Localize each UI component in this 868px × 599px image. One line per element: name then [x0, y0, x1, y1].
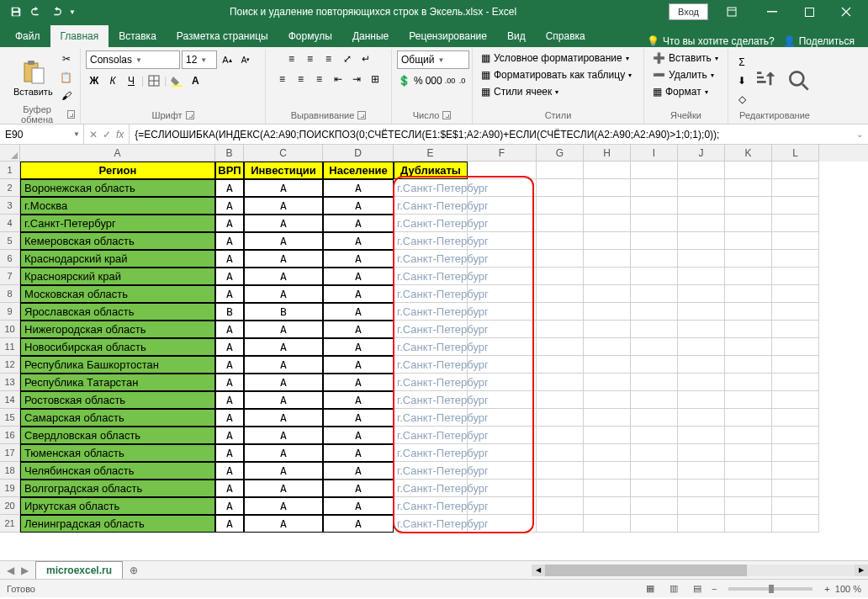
cell[interactable]: A: [323, 480, 394, 497]
cell[interactable]: Волгоградская область: [20, 480, 215, 497]
cell[interactable]: [537, 285, 584, 303]
align-right-icon[interactable]: ≡: [311, 71, 328, 87]
cell[interactable]: [584, 497, 631, 515]
cell[interactable]: [678, 215, 725, 232]
align-top-icon[interactable]: ≡: [283, 50, 300, 67]
cell[interactable]: г.Санкт-Петербург: [394, 374, 468, 391]
cell[interactable]: A: [244, 427, 323, 444]
cell[interactable]: [631, 356, 678, 374]
qat-customize-icon[interactable]: ▼: [67, 3, 77, 21]
scroll-right-icon[interactable]: ▶: [855, 565, 868, 576]
cell[interactable]: Самарская область: [20, 409, 215, 427]
cell[interactable]: [725, 162, 772, 179]
ribbon-display-options-icon[interactable]: [713, 0, 750, 24]
cell[interactable]: A: [215, 268, 244, 285]
number-launcher[interactable]: [442, 111, 451, 119]
zoom-slider[interactable]: [728, 587, 812, 591]
cell[interactable]: г.Санкт-Петербург: [394, 179, 468, 197]
worksheet-grid[interactable]: ABCDEFGHIJKL 1РегионВРПИнвестицииНаселен…: [0, 145, 868, 560]
italic-button[interactable]: К: [104, 72, 121, 89]
cell[interactable]: [772, 179, 819, 197]
cell[interactable]: [537, 356, 584, 374]
format-as-table-button[interactable]: ▦Форматировать как таблицу▾: [478, 67, 638, 82]
cell[interactable]: A: [323, 515, 394, 533]
cell[interactable]: [584, 303, 631, 321]
name-box[interactable]: E90▼: [0, 125, 84, 144]
cell[interactable]: [537, 321, 584, 338]
cell[interactable]: [678, 462, 725, 480]
cell[interactable]: B: [244, 303, 323, 321]
cell[interactable]: A: [323, 321, 394, 338]
cell[interactable]: A: [244, 374, 323, 391]
cell[interactable]: A: [244, 444, 323, 462]
add-sheet-button[interactable]: ⊕: [123, 565, 145, 576]
column-header[interactable]: G: [537, 145, 584, 162]
conditional-formatting-button[interactable]: ▦Условное форматирование▾: [478, 50, 638, 66]
column-header[interactable]: A: [20, 145, 215, 162]
column-header[interactable]: C: [244, 145, 323, 162]
row-header[interactable]: 18: [0, 462, 20, 480]
formula-bar[interactable]: {=ЕСЛИОШИБКА(ИНДЕКС(A2:A90;ПОИСКПОЗ(0;СЧ…: [130, 125, 851, 144]
cell[interactable]: Регион: [20, 162, 215, 179]
cell[interactable]: [584, 250, 631, 268]
cell[interactable]: [631, 321, 678, 338]
row-header[interactable]: 3: [0, 197, 20, 215]
cell[interactable]: A: [244, 338, 323, 356]
cell[interactable]: A: [215, 356, 244, 374]
cell[interactable]: [678, 268, 725, 285]
cell[interactable]: [631, 179, 678, 197]
cell[interactable]: [584, 232, 631, 250]
cell[interactable]: г.Санкт-Петербург: [394, 462, 468, 480]
cell[interactable]: [631, 268, 678, 285]
column-header[interactable]: I: [631, 145, 678, 162]
cell[interactable]: г.Санкт-Петербург: [394, 391, 468, 409]
cell[interactable]: [678, 480, 725, 497]
accounting-format-icon[interactable]: 💲: [397, 72, 411, 89]
cell[interactable]: [537, 338, 584, 356]
sheet-nav-prev-icon[interactable]: ◀: [7, 565, 14, 576]
cell[interactable]: [631, 480, 678, 497]
cell[interactable]: [678, 162, 725, 179]
tab-formulas[interactable]: Формулы: [278, 25, 342, 47]
row-header[interactable]: 12: [0, 356, 20, 374]
bold-button[interactable]: Ж: [86, 72, 103, 89]
decrease-decimal-icon[interactable]: .0: [458, 72, 467, 89]
cell[interactable]: A: [323, 232, 394, 250]
cell[interactable]: A: [323, 197, 394, 215]
font-name-combo[interactable]: Consolas▼: [86, 50, 180, 69]
row-header[interactable]: 10: [0, 321, 20, 338]
tell-me-search[interactable]: 💡Что вы хотите сделать?: [647, 35, 775, 47]
cell[interactable]: г.Санкт-Петербург: [394, 197, 468, 215]
cell[interactable]: [725, 497, 772, 515]
cell[interactable]: Ростовская область: [20, 391, 215, 409]
cell[interactable]: г.Санкт-Петербург: [394, 303, 468, 321]
cell[interactable]: A: [323, 338, 394, 356]
cell[interactable]: A: [215, 515, 244, 533]
cell[interactable]: [725, 303, 772, 321]
cell[interactable]: [631, 462, 678, 480]
cell[interactable]: [772, 215, 819, 232]
cell[interactable]: A: [323, 250, 394, 268]
cell[interactable]: [678, 250, 725, 268]
cell[interactable]: [772, 427, 819, 444]
cell[interactable]: [584, 179, 631, 197]
row-header[interactable]: 1: [0, 162, 20, 179]
row-header[interactable]: 13: [0, 374, 20, 391]
cell[interactable]: [631, 250, 678, 268]
cell[interactable]: [772, 285, 819, 303]
cell[interactable]: г.Санкт-Петербург: [394, 356, 468, 374]
cell[interactable]: [725, 427, 772, 444]
align-center-icon[interactable]: ≡: [293, 71, 310, 87]
cell[interactable]: [772, 497, 819, 515]
cell[interactable]: г.Санкт-Петербург: [394, 268, 468, 285]
cell[interactable]: [678, 409, 725, 427]
cell[interactable]: A: [215, 427, 244, 444]
cell[interactable]: г.Москва: [20, 197, 215, 215]
cell[interactable]: [584, 356, 631, 374]
column-header[interactable]: E: [394, 145, 468, 162]
cell[interactable]: [772, 391, 819, 409]
alignment-launcher[interactable]: [357, 111, 366, 119]
cell[interactable]: [772, 197, 819, 215]
zoom-level[interactable]: 100 %: [835, 584, 861, 594]
cell[interactable]: A: [215, 250, 244, 268]
